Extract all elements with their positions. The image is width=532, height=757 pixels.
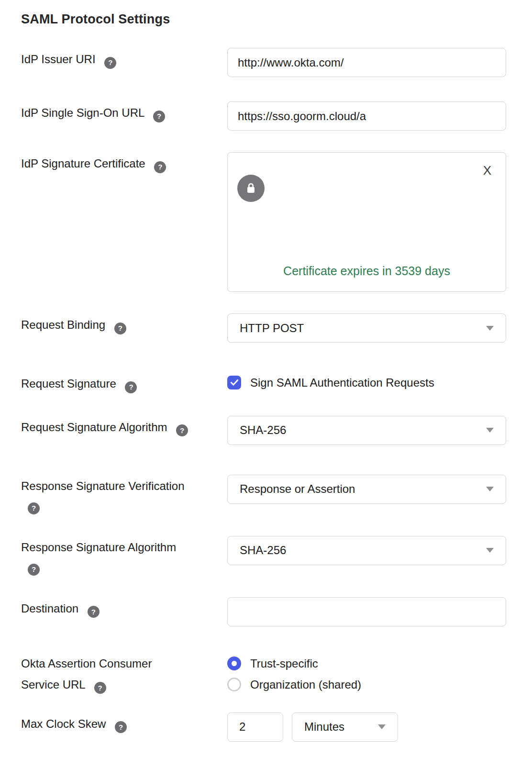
- max-clock-skew-unit-select[interactable]: Minutes: [292, 712, 398, 742]
- sign-saml-checkbox[interactable]: [227, 376, 241, 390]
- help-icon[interactable]: ?: [28, 502, 40, 514]
- destination-label-wrap: Destination ?: [21, 597, 227, 618]
- radio-trust-specific-label: Trust-specific: [250, 657, 318, 670]
- sign-saml-checkbox-label: Sign SAML Authentication Requests: [250, 376, 434, 390]
- chevron-down-icon: [486, 428, 494, 433]
- radio-row-organization-shared: Organization (shared): [227, 674, 506, 695]
- max-clock-skew-label-wrap: Max Clock Skew ?: [21, 712, 227, 734]
- idp-sso-url-label: IdP Single Sign-On URL: [21, 106, 144, 119]
- max-clock-skew-label: Max Clock Skew: [21, 717, 106, 730]
- help-icon[interactable]: ?: [153, 111, 165, 122]
- request-binding-select-value: HTTP POST: [240, 322, 304, 335]
- radio-organization-shared-label: Organization (shared): [250, 678, 361, 691]
- field-row-response-signature-algorithm: Response Signature Algorithm ? SHA-256: [21, 536, 506, 576]
- response-signature-algorithm-label-wrap: Response Signature Algorithm ?: [21, 536, 227, 576]
- chevron-down-icon: [378, 724, 386, 729]
- idp-signature-certificate-control: X Certificate expires in 3539 days: [227, 152, 506, 292]
- help-icon[interactable]: ?: [28, 564, 40, 576]
- response-signature-algorithm-label: Response Signature Algorithm: [21, 539, 227, 556]
- okta-acs-url-label-line2: Service URL: [21, 678, 85, 691]
- destination-control: [227, 597, 506, 626]
- chevron-down-icon: [486, 548, 494, 553]
- field-row-request-signature: Request Signature ? Sign SAML Authentica…: [21, 375, 506, 393]
- idp-signature-certificate-label-wrap: IdP Signature Certificate ?: [21, 152, 227, 173]
- idp-sso-url-input[interactable]: [227, 101, 506, 131]
- max-clock-skew-value-input[interactable]: [227, 712, 283, 742]
- idp-sso-url-control: [227, 101, 506, 131]
- request-signature-label-wrap: Request Signature ?: [21, 375, 227, 393]
- idp-issuer-uri-label: IdP Issuer URI: [21, 53, 96, 66]
- field-row-idp-sso-url: IdP Single Sign-On URL ?: [21, 101, 506, 131]
- request-signature-algorithm-control: SHA-256: [227, 416, 506, 445]
- field-row-response-signature-verification: Response Signature Verification ? Respon…: [21, 475, 506, 514]
- page-title: SAML Protocol Settings: [21, 11, 506, 28]
- help-icon[interactable]: ?: [176, 424, 188, 436]
- radio-row-trust-specific: Trust-specific: [227, 653, 506, 674]
- help-icon[interactable]: ?: [94, 682, 106, 694]
- field-row-request-signature-algorithm: Request Signature Algorithm ? SHA-256: [21, 416, 506, 445]
- max-clock-skew-unit-value: Minutes: [304, 720, 344, 734]
- idp-signature-certificate-label: IdP Signature Certificate: [21, 157, 145, 170]
- okta-acs-url-radio-group: Trust-specific Organization (shared): [227, 653, 506, 695]
- idp-issuer-uri-label-wrap: IdP Issuer URI ?: [21, 48, 227, 69]
- sign-saml-checkbox-row: Sign SAML Authentication Requests: [227, 375, 506, 390]
- radio-trust-specific[interactable]: [227, 657, 241, 670]
- idp-sso-url-label-wrap: IdP Single Sign-On URL ?: [21, 101, 227, 122]
- field-row-max-clock-skew: Max Clock Skew ? Minutes: [21, 712, 506, 742]
- destination-input[interactable]: [227, 597, 506, 626]
- field-row-destination: Destination ?: [21, 597, 506, 626]
- idp-issuer-uri-control: [227, 48, 506, 77]
- saml-protocol-settings-page: SAML Protocol Settings IdP Issuer URI ? …: [0, 0, 532, 757]
- field-row-idp-signature-certificate: IdP Signature Certificate ? X Certificat…: [21, 152, 506, 292]
- certificate-expiry-text: Certificate expires in 3539 days: [228, 264, 506, 278]
- idp-issuer-uri-input[interactable]: [227, 48, 506, 77]
- help-icon[interactable]: ?: [154, 161, 166, 173]
- radio-organization-shared[interactable]: [227, 678, 241, 691]
- help-icon[interactable]: ?: [104, 57, 116, 69]
- help-icon[interactable]: ?: [114, 323, 126, 334]
- response-signature-verification-select-value: Response or Assertion: [240, 482, 355, 496]
- request-binding-label-wrap: Request Binding ?: [21, 313, 227, 334]
- chevron-down-icon: [486, 487, 494, 491]
- request-signature-algorithm-label-wrap: Request Signature Algorithm ?: [21, 416, 227, 437]
- request-signature-control: Sign SAML Authentication Requests: [227, 375, 506, 390]
- lock-icon: [237, 175, 265, 202]
- field-row-request-binding: Request Binding ? HTTP POST: [21, 313, 506, 343]
- certificate-card: X Certificate expires in 3539 days: [227, 152, 506, 292]
- response-signature-algorithm-control: SHA-256: [227, 536, 506, 565]
- field-row-idp-issuer-uri: IdP Issuer URI ?: [21, 48, 506, 77]
- response-signature-verification-label-wrap: Response Signature Verification ?: [21, 475, 227, 514]
- chevron-down-icon: [486, 326, 494, 331]
- okta-acs-url-label-wrap: Okta Assertion Consumer Service URL ?: [21, 653, 227, 695]
- request-binding-select[interactable]: HTTP POST: [227, 313, 506, 343]
- response-signature-verification-control: Response or Assertion: [227, 475, 506, 504]
- okta-acs-url-label-line1: Okta Assertion Consumer: [21, 653, 227, 674]
- max-clock-skew-control: Minutes: [227, 712, 506, 742]
- request-binding-label: Request Binding: [21, 318, 105, 331]
- field-row-okta-acs-url: Okta Assertion Consumer Service URL ? Tr…: [21, 653, 506, 695]
- max-clock-skew-inputs: Minutes: [227, 712, 506, 742]
- response-signature-verification-label: Response Signature Verification: [21, 478, 227, 494]
- remove-certificate-button[interactable]: X: [483, 163, 491, 178]
- request-binding-control: HTTP POST: [227, 313, 506, 343]
- help-icon[interactable]: ?: [88, 606, 100, 618]
- request-signature-algorithm-label: Request Signature Algorithm: [21, 421, 167, 434]
- request-signature-algorithm-select-value: SHA-256: [240, 423, 286, 437]
- request-signature-algorithm-select[interactable]: SHA-256: [227, 416, 506, 445]
- response-signature-algorithm-select-value: SHA-256: [240, 544, 286, 557]
- okta-acs-url-control: Trust-specific Organization (shared): [227, 653, 506, 695]
- response-signature-verification-select[interactable]: Response or Assertion: [227, 475, 506, 504]
- help-icon[interactable]: ?: [125, 381, 137, 393]
- help-icon[interactable]: ?: [115, 721, 127, 733]
- destination-label: Destination: [21, 602, 78, 615]
- response-signature-algorithm-select[interactable]: SHA-256: [227, 536, 506, 565]
- request-signature-label: Request Signature: [21, 377, 116, 390]
